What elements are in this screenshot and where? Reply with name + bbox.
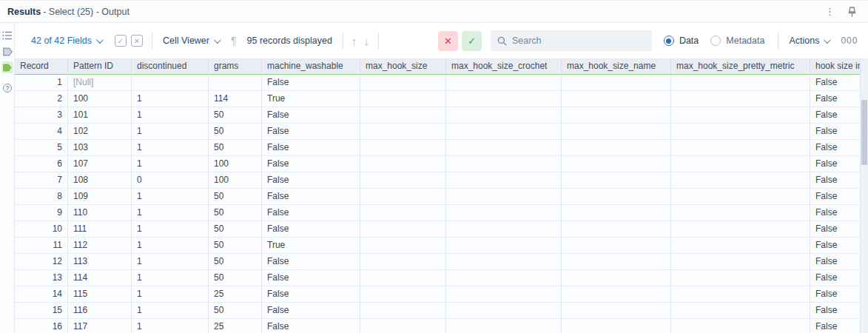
apply-search-button[interactable]: ✓ bbox=[462, 31, 482, 51]
table-cell-machine-washable[interactable]: False bbox=[262, 107, 360, 124]
table-cell-record[interactable]: 3 bbox=[15, 107, 68, 124]
table-cell-discontinued[interactable]: 1 bbox=[132, 205, 209, 221]
table-cell-max-hook-size-crochet[interactable] bbox=[446, 140, 562, 156]
table-cell-discontinued[interactable]: 1 bbox=[132, 270, 209, 286]
next-arrow-icon[interactable]: ↓ bbox=[363, 35, 369, 47]
table-cell-discontinued[interactable]: 1 bbox=[132, 286, 209, 303]
clear-search-button[interactable]: ✕ bbox=[438, 31, 458, 51]
prev-arrow-icon[interactable]: ↑ bbox=[351, 35, 357, 47]
help-icon[interactable]: ? bbox=[1, 82, 13, 94]
table-cell-record[interactable]: 6 bbox=[15, 156, 68, 172]
table-cell-max-hook-size[interactable] bbox=[360, 270, 446, 286]
column-header-grams[interactable]: grams bbox=[209, 59, 262, 75]
table-cell-hook-size-inches[interactable]: False bbox=[810, 75, 860, 91]
table-cell-discontinued[interactable]: 1 bbox=[132, 319, 209, 333]
table-cell-pattern-id[interactable]: 100 bbox=[68, 91, 132, 107]
table-cell-max-hook-size-name[interactable] bbox=[562, 156, 671, 172]
table-cell-max-hook-size-pretty-metric[interactable] bbox=[671, 303, 810, 319]
table-cell-machine-washable[interactable]: True bbox=[262, 238, 360, 254]
table-cell-max-hook-size[interactable] bbox=[360, 91, 446, 107]
table-cell-max-hook-size-crochet[interactable] bbox=[446, 75, 562, 91]
scrollbar-thumb[interactable] bbox=[861, 100, 867, 165]
table-cell-max-hook-size-pretty-metric[interactable] bbox=[671, 205, 810, 221]
table-cell-max-hook-size-name[interactable] bbox=[562, 303, 671, 319]
table-cell-max-hook-size-crochet[interactable] bbox=[446, 238, 562, 254]
table-cell-discontinued[interactable] bbox=[132, 75, 209, 91]
column-header-pattern-id[interactable]: Pattern ID bbox=[68, 59, 132, 75]
actions-dropdown[interactable]: Actions bbox=[789, 36, 829, 46]
table-cell-max-hook-size-pretty-metric[interactable] bbox=[671, 221, 810, 238]
table-cell-grams[interactable]: 50 bbox=[209, 238, 262, 254]
table-cell-hook-size-inches[interactable]: False bbox=[810, 286, 860, 303]
table-cell-hook-size-inches[interactable]: False bbox=[810, 254, 860, 270]
table-cell-record[interactable]: 11 bbox=[15, 238, 68, 254]
table-cell-max-hook-size-pretty-metric[interactable] bbox=[671, 172, 810, 189]
table-cell-max-hook-size-crochet[interactable] bbox=[446, 124, 562, 140]
table-cell-grams[interactable]: 25 bbox=[209, 286, 262, 303]
table-cell-discontinued[interactable]: 1 bbox=[132, 254, 209, 270]
table-cell-pattern-id[interactable]: 114 bbox=[68, 270, 132, 286]
table-cell-record[interactable]: 14 bbox=[15, 286, 68, 303]
kebab-menu-icon[interactable]: ⋮ bbox=[825, 7, 835, 16]
pilcrow-icon[interactable]: ¶ bbox=[231, 35, 237, 47]
table-cell-pattern-id[interactable]: 112 bbox=[68, 238, 132, 254]
table-cell-pattern-id[interactable]: 111 bbox=[68, 221, 132, 238]
table-cell-grams[interactable]: 50 bbox=[209, 140, 262, 156]
table-cell-hook-size-inches[interactable]: False bbox=[810, 107, 860, 124]
output-anchor-icon-selected[interactable] bbox=[1, 61, 13, 73]
select-all-fields-icon[interactable]: ✓ bbox=[115, 35, 127, 47]
table-cell-pattern-id[interactable]: 101 bbox=[68, 107, 132, 124]
table-cell-max-hook-size-pretty-metric[interactable] bbox=[671, 75, 810, 91]
table-cell-max-hook-size-crochet[interactable] bbox=[446, 254, 562, 270]
table-cell-max-hook-size[interactable] bbox=[360, 140, 446, 156]
table-cell-grams[interactable] bbox=[209, 75, 262, 91]
table-cell-record[interactable]: 5 bbox=[15, 140, 68, 156]
column-header-max-hook-size-name[interactable]: max_hook_size_name bbox=[562, 59, 671, 75]
table-cell-max-hook-size-name[interactable] bbox=[562, 205, 671, 221]
column-header-discontinued[interactable]: discontinued bbox=[132, 59, 209, 75]
table-cell-grams[interactable]: 50 bbox=[209, 221, 262, 238]
table-cell-discontinued[interactable]: 0 bbox=[132, 172, 209, 189]
table-cell-max-hook-size-pretty-metric[interactable] bbox=[671, 238, 810, 254]
table-cell-max-hook-size-crochet[interactable] bbox=[446, 189, 562, 205]
table-cell-hook-size-inches[interactable]: False bbox=[810, 124, 860, 140]
table-cell-max-hook-size-pretty-metric[interactable] bbox=[671, 254, 810, 270]
table-cell-hook-size-inches[interactable]: False bbox=[810, 189, 860, 205]
fields-dropdown[interactable]: 42 of 42 Fields bbox=[31, 36, 101, 46]
table-cell-discontinued[interactable]: 1 bbox=[132, 91, 209, 107]
table-cell-pattern-id[interactable]: 102 bbox=[68, 124, 132, 140]
table-cell-machine-washable[interactable]: False bbox=[262, 75, 360, 91]
table-cell-pattern-id[interactable]: 113 bbox=[68, 254, 132, 270]
table-cell-machine-washable[interactable]: False bbox=[262, 221, 360, 238]
table-cell-record[interactable]: 16 bbox=[15, 319, 68, 333]
table-cell-machine-washable[interactable]: False bbox=[262, 254, 360, 270]
table-cell-pattern-id[interactable]: 109 bbox=[68, 189, 132, 205]
table-cell-max-hook-size[interactable] bbox=[360, 189, 446, 205]
table-cell-machine-washable[interactable]: True bbox=[262, 91, 360, 107]
column-header-max-hook-size-crochet[interactable]: max_hook_size_crochet bbox=[446, 59, 562, 75]
table-cell-grams[interactable]: 50 bbox=[209, 189, 262, 205]
column-header-record[interactable]: Record bbox=[15, 59, 68, 75]
table-cell-machine-washable[interactable]: False bbox=[262, 319, 360, 333]
table-cell-max-hook-size[interactable] bbox=[360, 286, 446, 303]
search-input[interactable] bbox=[512, 36, 645, 46]
table-cell-discontinued[interactable]: 1 bbox=[132, 221, 209, 238]
table-cell-max-hook-size-name[interactable] bbox=[562, 319, 671, 333]
table-cell-machine-washable[interactable]: False bbox=[262, 124, 360, 140]
table-cell-hook-size-inches[interactable]: False bbox=[810, 270, 860, 286]
table-cell-pattern-id[interactable]: 116 bbox=[68, 303, 132, 319]
table-cell-max-hook-size-crochet[interactable] bbox=[446, 319, 562, 333]
deselect-fields-icon[interactable]: ✕ bbox=[131, 35, 143, 47]
table-cell-discontinued[interactable]: 1 bbox=[132, 156, 209, 172]
table-cell-max-hook-size-name[interactable] bbox=[562, 286, 671, 303]
table-cell-hook-size-inches[interactable]: False bbox=[810, 172, 860, 189]
table-cell-grams[interactable]: 50 bbox=[209, 205, 262, 221]
table-cell-max-hook-size-crochet[interactable] bbox=[446, 107, 562, 124]
table-cell-max-hook-size[interactable] bbox=[360, 172, 446, 189]
table-cell-max-hook-size-name[interactable] bbox=[562, 124, 671, 140]
table-cell-machine-washable[interactable]: False bbox=[262, 156, 360, 172]
column-header-max-hook-size[interactable]: max_hook_size bbox=[360, 59, 446, 75]
table-cell-max-hook-size-crochet[interactable] bbox=[446, 156, 562, 172]
table-cell-max-hook-size-name[interactable] bbox=[562, 254, 671, 270]
metadata-radio[interactable]: Metadata bbox=[710, 36, 764, 46]
